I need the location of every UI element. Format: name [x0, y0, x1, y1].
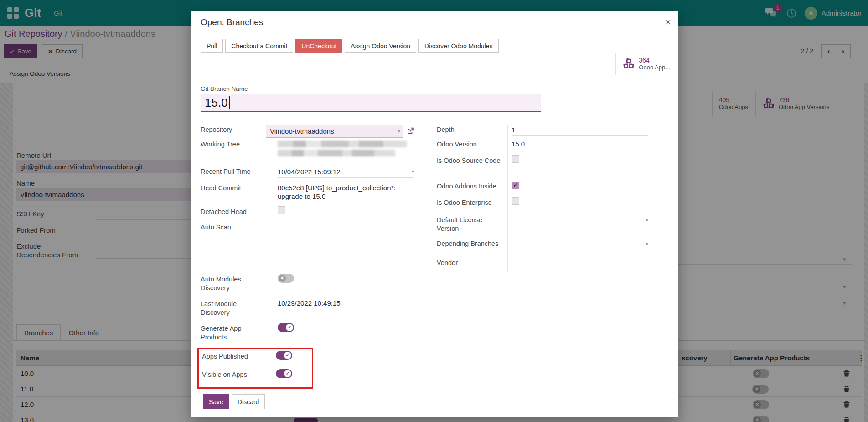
- auto-modules-discovery-label: Auto Modules Discovery: [201, 274, 274, 298]
- default-license-field[interactable]: ▾: [512, 214, 648, 226]
- open-branches-modal: Open: Branches × Pull Checkout a Commit …: [191, 11, 678, 417]
- uncheckout-button[interactable]: UnCheckout: [295, 39, 342, 53]
- auto-modules-discovery-toggle[interactable]: ✕: [278, 274, 294, 283]
- apps-published-toggle[interactable]: ✓: [276, 351, 292, 360]
- modal-action-buttons: Pull Checkout a Commit UnCheckout Assign…: [191, 34, 678, 53]
- is-odoo-source-checkbox: [512, 155, 519, 163]
- text-cursor: [229, 96, 230, 109]
- repository-select[interactable]: Viindoo-tvtmaaddons ▾: [266, 125, 403, 138]
- external-link-icon[interactable]: [407, 127, 415, 136]
- vendor-label: Vendor: [437, 257, 507, 273]
- modal-form: Git Branch Name 15.0 Repository Viindoo-…: [191, 75, 678, 417]
- working-tree-redacted-value: [274, 139, 415, 164]
- is-odoo-enterprise-checkbox: [512, 197, 519, 205]
- odoo-addons-inside-checkbox: ✓: [512, 182, 519, 189]
- recent-pull-time-field[interactable]: 10/04/2022 15:09:12 ▾: [278, 166, 414, 178]
- odoo-version-label: Odoo Version: [437, 139, 507, 155]
- chevron-down-icon: ▾: [646, 217, 648, 223]
- is-odoo-enterprise-label: Is Odoo Enterprise: [437, 197, 507, 214]
- depending-branches-field[interactable]: ▾: [512, 238, 648, 250]
- odoo-version-value: 15.0: [507, 139, 665, 155]
- apps-published-label: Apps Published: [202, 351, 272, 369]
- generate-app-products-label: Generate App Products: [201, 323, 274, 348]
- visible-on-apps-label: Visible on Apps: [202, 369, 272, 385]
- modal-statusbar: 364 Odoo App...: [191, 53, 678, 75]
- modal-footer: Save Discard: [191, 389, 667, 409]
- pull-button[interactable]: Pull: [201, 39, 223, 53]
- last-module-discovery-label: Last Module Discovery: [201, 298, 274, 323]
- modal-title: Open: Branches: [201, 17, 665, 27]
- close-icon[interactable]: ×: [665, 17, 671, 27]
- visible-on-apps-toggle[interactable]: ✓: [276, 369, 292, 378]
- discover-odoo-modules-button[interactable]: Discover Odoo Modules: [418, 39, 498, 53]
- checkout-commit-button[interactable]: Checkout a Commit: [225, 39, 293, 53]
- depending-branches-label: Depending Branches: [437, 238, 507, 257]
- detached-head-checkbox: [278, 206, 285, 214]
- modal-discard-button[interactable]: Discard: [232, 394, 265, 409]
- generate-app-products-toggle[interactable]: ✓: [278, 323, 294, 332]
- vendor-field[interactable]: [507, 257, 665, 273]
- modal-header: Open: Branches ×: [191, 11, 678, 34]
- stat-odoo-app-versions-modal[interactable]: 364 Odoo App...: [615, 53, 675, 75]
- depth-label: Depth: [437, 124, 507, 139]
- last-module-discovery-value: 10/29/2022 10:49:15: [274, 298, 415, 323]
- highlight-box: Apps Published ✓ Visible on Apps ✓: [197, 348, 313, 389]
- assign-odoo-version-button[interactable]: Assign Odoo Version: [345, 39, 416, 53]
- head-commit-label: Head Commit: [201, 182, 274, 206]
- modal-save-button[interactable]: Save: [203, 394, 229, 409]
- chevron-down-icon: ▾: [398, 128, 400, 134]
- chevron-down-icon: ▾: [412, 169, 414, 175]
- repository-label: Repository: [201, 124, 262, 139]
- default-license-label: Default License Version: [437, 214, 507, 238]
- branch-name-label: Git Branch Name: [201, 85, 667, 92]
- branch-name-input[interactable]: 15.0: [201, 94, 541, 112]
- cubes-icon: [622, 58, 635, 70]
- is-odoo-source-label: Is Odoo Source Code: [437, 155, 507, 181]
- auto-scan-label: Auto Scan: [201, 222, 274, 236]
- working-tree-label: Working Tree: [201, 139, 274, 164]
- depth-input[interactable]: 1: [512, 124, 648, 136]
- head-commit-value: 80c52e8 [UPG] to_product_collection*: up…: [274, 182, 415, 206]
- odoo-addons-inside-label: Odoo Addons Inside: [437, 181, 507, 197]
- chevron-down-icon: ▾: [646, 241, 648, 247]
- auto-scan-checkbox[interactable]: [278, 222, 285, 229]
- detached-head-label: Detached Head: [201, 206, 274, 222]
- recent-pull-time-label: Recent Pull Time: [201, 166, 274, 182]
